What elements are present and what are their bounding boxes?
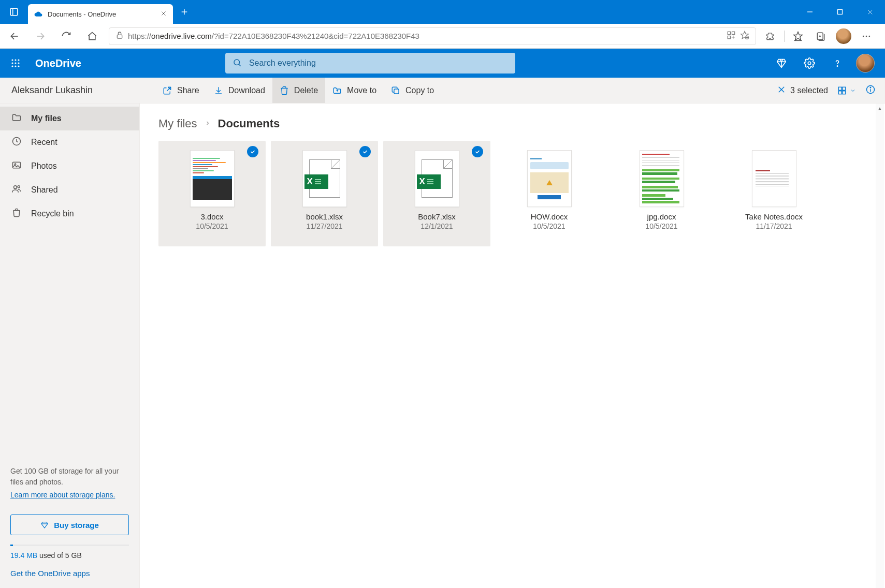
file-date: 11/27/2021 bbox=[306, 222, 342, 230]
file-tile[interactable]: Take Notes.docx11/17/2021 bbox=[720, 141, 828, 246]
checkmark-icon[interactable] bbox=[359, 146, 371, 157]
svg-rect-13 bbox=[728, 32, 730, 34]
search-icon bbox=[233, 58, 242, 69]
settings-icon[interactable] bbox=[800, 54, 819, 72]
account-avatar[interactable] bbox=[856, 54, 875, 72]
sidebar-item-recycle-bin[interactable]: Recycle bin bbox=[0, 202, 139, 226]
lock-icon bbox=[115, 31, 124, 41]
selection-count[interactable]: 3 selected bbox=[777, 85, 828, 96]
browser-address-bar: https://onedrive.live.com/?id=722A10E368… bbox=[0, 24, 885, 49]
refresh-button[interactable] bbox=[54, 24, 79, 49]
profile-avatar[interactable] bbox=[833, 26, 854, 47]
svg-point-30 bbox=[11, 59, 13, 61]
user-name[interactable]: Aleksandr Lukashin bbox=[0, 85, 155, 96]
file-thumbnail: X bbox=[415, 150, 459, 207]
svg-rect-51 bbox=[843, 91, 846, 94]
more-icon[interactable] bbox=[856, 26, 877, 47]
download-button[interactable]: Download bbox=[207, 78, 272, 103]
get-apps-link[interactable]: Get the OneDrive apps bbox=[10, 569, 90, 578]
brand-label[interactable]: OneDrive bbox=[35, 57, 81, 69]
favorites-icon[interactable] bbox=[788, 26, 808, 47]
url-text: https://onedrive.live.com/?id=722A10E368… bbox=[128, 32, 722, 40]
window-minimize[interactable] bbox=[795, 0, 825, 24]
excel-icon: X bbox=[309, 159, 340, 198]
new-tab-button[interactable] bbox=[175, 3, 194, 21]
window-controls bbox=[795, 0, 885, 24]
svg-rect-12 bbox=[117, 35, 122, 38]
svg-point-32 bbox=[18, 59, 19, 61]
forward-button bbox=[28, 24, 53, 49]
checkmark-icon[interactable] bbox=[472, 146, 483, 157]
favorite-icon[interactable] bbox=[740, 31, 749, 41]
help-icon[interactable] bbox=[828, 54, 847, 72]
tab-close-icon[interactable] bbox=[161, 10, 167, 18]
file-tile[interactable]: XBook7.xlsx12/1/2021 bbox=[383, 141, 490, 246]
move-label: Move to bbox=[347, 86, 376, 95]
move-button[interactable]: Move to bbox=[325, 78, 384, 103]
svg-point-39 bbox=[234, 60, 240, 65]
file-date: 12/1/2021 bbox=[420, 222, 453, 230]
svg-rect-50 bbox=[838, 91, 842, 94]
tab-title: Documents - OneDrive bbox=[48, 10, 155, 18]
file-tile[interactable]: HOW.docx10/5/2021 bbox=[496, 141, 603, 246]
cloud-icon bbox=[34, 10, 42, 18]
window-maximize[interactable] bbox=[825, 0, 855, 24]
trash-icon bbox=[11, 208, 22, 220]
file-tile[interactable]: jpg.docx10/5/2021 bbox=[608, 141, 715, 246]
storage-usage-bar bbox=[10, 545, 129, 546]
copy-button[interactable]: Copy to bbox=[384, 78, 441, 103]
svg-point-31 bbox=[14, 59, 16, 61]
svg-line-40 bbox=[239, 64, 241, 66]
file-date: 10/5/2021 bbox=[645, 222, 677, 230]
learn-storage-link[interactable]: Learn more about storage plans. bbox=[10, 491, 115, 499]
back-button[interactable] bbox=[2, 24, 27, 49]
sidebar-item-label: My files bbox=[31, 114, 62, 123]
svg-point-27 bbox=[863, 35, 864, 37]
sidebar-item-my-files[interactable]: My files bbox=[0, 107, 139, 130]
sidebar-item-label: Photos bbox=[31, 161, 57, 171]
clear-selection-icon[interactable] bbox=[777, 85, 786, 96]
window-close[interactable] bbox=[855, 0, 885, 24]
svg-rect-14 bbox=[732, 32, 735, 34]
file-tile[interactable]: 3.docx10/5/2021 bbox=[158, 141, 266, 246]
app-available-icon[interactable] bbox=[727, 31, 736, 41]
browser-sidebar-toggle[interactable] bbox=[0, 0, 28, 24]
buy-storage-button[interactable]: Buy storage bbox=[10, 514, 129, 535]
browser-tab[interactable]: Documents - OneDrive bbox=[28, 4, 173, 24]
url-field[interactable]: https://onedrive.live.com/?id=722A10E368… bbox=[109, 27, 756, 45]
copy-label: Copy to bbox=[405, 86, 434, 95]
sidebar-item-shared[interactable]: Shared bbox=[0, 178, 139, 202]
info-icon[interactable] bbox=[865, 84, 876, 96]
share-button[interactable]: Share bbox=[155, 78, 207, 103]
view-switcher[interactable] bbox=[837, 86, 856, 95]
scrollbar[interactable]: ▲ bbox=[876, 104, 884, 588]
checkmark-icon[interactable] bbox=[247, 146, 258, 157]
buy-storage-label: Buy storage bbox=[54, 521, 99, 530]
delete-button[interactable]: Delete bbox=[272, 78, 325, 103]
search-input[interactable] bbox=[249, 58, 508, 68]
sidebar-item-photos[interactable]: Photos bbox=[0, 154, 139, 178]
suite-header: OneDrive bbox=[0, 49, 885, 78]
share-label: Share bbox=[177, 86, 199, 95]
file-tile[interactable]: Xbook1.xlsx11/27/2021 bbox=[271, 141, 378, 246]
file-name: book1.xlsx bbox=[306, 212, 343, 221]
scroll-up-icon[interactable]: ▲ bbox=[876, 104, 884, 113]
collections-icon[interactable] bbox=[810, 26, 831, 47]
file-date: 10/5/2021 bbox=[533, 222, 565, 230]
svg-point-38 bbox=[18, 65, 19, 67]
storage-usage-text: 19.4 MB used of 5 GB bbox=[0, 546, 139, 569]
svg-point-34 bbox=[14, 62, 16, 64]
premium-icon[interactable] bbox=[772, 54, 791, 72]
file-date: 11/17/2021 bbox=[756, 222, 792, 230]
app-launcher-icon[interactable] bbox=[5, 53, 26, 74]
svg-rect-48 bbox=[838, 87, 842, 90]
search-box[interactable] bbox=[225, 53, 515, 74]
breadcrumb-root[interactable]: My files bbox=[158, 117, 197, 130]
file-thumbnail bbox=[527, 150, 572, 207]
extensions-icon[interactable] bbox=[760, 26, 781, 47]
sidebar-item-recent[interactable]: Recent bbox=[0, 130, 139, 154]
file-thumbnail bbox=[640, 150, 684, 207]
svg-point-37 bbox=[14, 65, 16, 67]
home-button[interactable] bbox=[80, 24, 105, 49]
svg-point-35 bbox=[18, 62, 19, 64]
